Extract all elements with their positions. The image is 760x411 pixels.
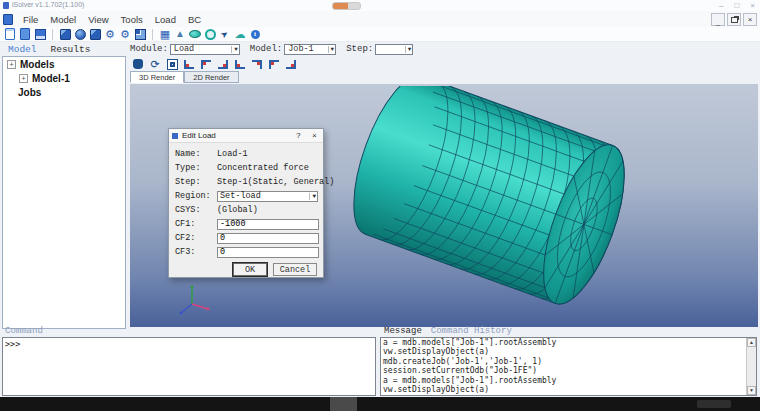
assembly-icon	[135, 29, 146, 40]
cloud-icon: ☁	[235, 29, 246, 40]
tab-command-history[interactable]: Command History	[431, 326, 512, 336]
taskbar-item[interactable]	[330, 397, 357, 411]
mdi-restore-button[interactable]	[727, 13, 741, 26]
dialog-title-bar[interactable]: Edit Load ? ×	[169, 129, 323, 143]
select-cursor-icon[interactable]: ➤	[219, 28, 231, 40]
field-value-name: Load-1	[217, 149, 248, 159]
gear-icon[interactable]: ⚙	[104, 28, 116, 40]
field-label-name: Name:	[175, 149, 217, 159]
tree-item-models[interactable]: +Models	[3, 57, 125, 71]
rotate-view-icon: ⟳	[150, 58, 159, 71]
menu-item-tools[interactable]: Tools	[115, 14, 149, 25]
view-corner-icon-3[interactable]	[217, 59, 229, 70]
model-select[interactable]: Job-1▼	[284, 44, 336, 55]
circle-icon[interactable]	[204, 28, 216, 40]
tab-message[interactable]: Message	[384, 326, 422, 336]
field-value-type: Concentrated force	[217, 163, 309, 173]
window-close-button[interactable]: ×	[750, 2, 755, 10]
tree-item-label: Models	[20, 59, 54, 70]
log-line: mdb.createJob('Job-1','Job-1', 1)	[383, 357, 744, 366]
cancel-button[interactable]: Cancel	[273, 263, 317, 276]
view-corner-icon-2[interactable]	[200, 59, 212, 70]
module-select[interactable]: Load▼	[170, 44, 240, 55]
chevron-down-icon: ▼	[309, 193, 316, 200]
expander-icon[interactable]: +	[7, 60, 16, 69]
step-select[interactable]: ▼	[375, 44, 413, 55]
view-corner-icon-1[interactable]	[183, 59, 195, 70]
menu-bar: FileModelViewToolsLoadBC _ ×	[0, 11, 760, 28]
rotate-view-icon[interactable]: ⟳	[149, 59, 161, 70]
field-label-cf2: CF2:	[175, 233, 217, 243]
window-maximize-button[interactable]: □	[734, 2, 739, 10]
dialog-field-cf3: CF3:	[175, 246, 318, 258]
view-corner-icon-6[interactable]	[268, 59, 280, 70]
part-sphere-icon[interactable]	[74, 28, 86, 40]
part-block-icon[interactable]	[89, 28, 101, 40]
menu-item-bc[interactable]: BC	[182, 14, 207, 25]
open-file-icon[interactable]	[19, 28, 31, 40]
part-cube-icon	[60, 29, 71, 40]
field-input-cf3[interactable]	[217, 247, 319, 258]
mdi-minimize-button[interactable]: _	[711, 13, 725, 26]
meshed-cylinder-model[interactable]	[335, 86, 665, 326]
mdi-close-button[interactable]: ×	[743, 13, 757, 26]
info-icon[interactable]: i	[249, 28, 261, 40]
view-corner-icon-3	[218, 60, 228, 69]
dialog-icon	[172, 133, 178, 139]
tab-model[interactable]: Model	[8, 44, 37, 55]
expander-icon[interactable]: +	[19, 74, 28, 83]
dialog-close-button[interactable]: ×	[307, 129, 322, 142]
gear2-icon[interactable]: ⚙	[119, 28, 131, 40]
new-file-icon[interactable]	[4, 28, 16, 40]
edit-load-dialog: Edit Load ? × Name:Load-1Type:Concentrat…	[168, 128, 324, 278]
ok-button[interactable]: OK	[233, 263, 267, 276]
dialog-field-cf2: CF2:	[175, 232, 318, 244]
view-corner-icon-4	[235, 60, 245, 69]
save-file-icon[interactable]	[34, 28, 46, 40]
window-minimize-button[interactable]: –	[719, 2, 723, 10]
view-corner-icon-4[interactable]	[234, 59, 246, 70]
dialog-help-button[interactable]: ?	[291, 129, 306, 142]
message-tabs: Message Command History	[384, 326, 512, 336]
render-tabs: 3D Render 2D Render	[130, 71, 239, 84]
field-input-cf1[interactable]	[217, 219, 319, 230]
command-input-area[interactable]: >>>	[2, 337, 376, 396]
module-label: Module:	[130, 44, 168, 54]
view-corner-icon-5[interactable]	[251, 59, 263, 70]
tree-item-jobs[interactable]: Jobs	[3, 85, 125, 99]
dialog-title: Edit Load	[182, 131, 291, 140]
field-input-cf2[interactable]	[217, 233, 319, 244]
tab-2d-render[interactable]: 2D Render	[184, 71, 238, 83]
step-label: Step:	[346, 44, 373, 54]
scroll-down-icon[interactable]: ▼	[747, 386, 756, 395]
view-corner-icon-7[interactable]	[285, 59, 297, 70]
menu-item-view[interactable]: View	[82, 14, 114, 25]
frame-tower-icon[interactable]: ▲	[174, 28, 186, 40]
dialog-field-name: Name:Load-1	[175, 148, 318, 160]
fit-view-icon[interactable]	[166, 59, 178, 70]
message-log[interactable]: a = mdb.models["Job-1"].rootAssemblyvw.s…	[380, 337, 757, 396]
tree-item-model-1[interactable]: +Model-1	[3, 71, 125, 85]
message-scrollbar[interactable]: ▲ ▼	[746, 338, 756, 395]
cloud-icon[interactable]: ☁	[234, 28, 246, 40]
view-corner-icon-7	[286, 60, 296, 69]
assembly-icon[interactable]	[134, 28, 146, 40]
record-pill	[332, 2, 361, 10]
field-label-csys: CSYS:	[175, 205, 217, 215]
restore-icon	[731, 17, 738, 23]
pan-hand-icon[interactable]	[132, 59, 144, 70]
tab-results[interactable]: Results	[51, 44, 91, 55]
window-title: iSolver v1.1.702(1.100)	[12, 1, 84, 8]
mdi-document-icon	[3, 14, 13, 25]
view-corner-icon-5	[252, 60, 262, 69]
menu-item-load[interactable]: Load	[149, 14, 182, 25]
mesh-icon[interactable]: ▦	[159, 28, 171, 40]
section-disc-icon[interactable]	[189, 28, 201, 40]
field-select-region[interactable]: Set-load▼	[217, 191, 318, 202]
tab-3d-render[interactable]: 3D Render	[130, 71, 184, 83]
part-cube-icon[interactable]	[59, 28, 71, 40]
menu-item-model[interactable]: Model	[44, 14, 82, 25]
select-value: Set-load	[220, 191, 261, 201]
scroll-up-icon[interactable]: ▲	[747, 338, 756, 347]
menu-item-file[interactable]: File	[17, 14, 44, 25]
